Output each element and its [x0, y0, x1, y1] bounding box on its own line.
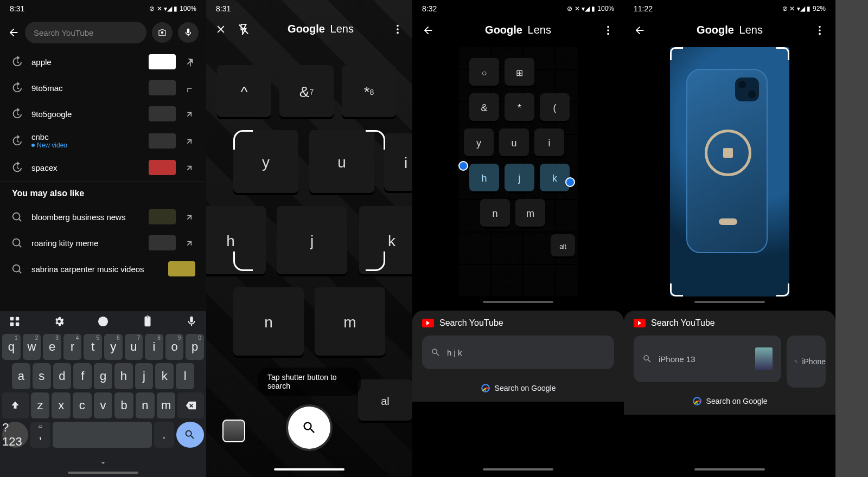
status-time: 8:31: [216, 4, 231, 13]
kb-clipboard-icon[interactable]: [142, 315, 154, 327]
key-c[interactable]: c: [73, 392, 92, 418]
key-t[interactable]: t5: [84, 334, 102, 360]
key-space[interactable]: [53, 422, 152, 448]
nav-pill[interactable]: [68, 472, 138, 474]
key-j[interactable]: j: [135, 363, 154, 389]
results-sheet: Search YouTube h j k Search on Google: [412, 311, 624, 402]
history-item[interactable]: 9to5google: [0, 101, 206, 127]
key-p[interactable]: p0: [186, 334, 204, 360]
keyboard-collapse[interactable]: [0, 455, 206, 468]
back-arrow-icon[interactable]: [634, 24, 646, 36]
key-e[interactable]: e3: [43, 334, 61, 360]
history-item[interactable]: apple: [0, 49, 206, 75]
flash-off-icon[interactable]: [238, 23, 250, 35]
kb-emoji-icon[interactable]: [97, 315, 109, 327]
key-w[interactable]: w2: [23, 334, 41, 360]
key-d[interactable]: d: [53, 363, 72, 389]
history-item[interactable]: spacex: [0, 154, 206, 181]
sheet-header: Search YouTube: [422, 318, 614, 328]
result-card[interactable]: h j k: [422, 336, 614, 369]
history-item[interactable]: 9to5mac: [0, 75, 206, 101]
suggestion-item[interactable]: bloomberg business news: [0, 204, 206, 230]
crop-corner[interactable]: [776, 47, 789, 60]
nav-pill[interactable]: [274, 468, 344, 470]
result-card-partial[interactable]: iPhone: [787, 336, 826, 388]
key-r[interactable]: r4: [63, 334, 82, 360]
kb-settings-icon[interactable]: [53, 315, 65, 327]
crop-corner[interactable]: [776, 283, 789, 296]
svg-point-15: [607, 25, 609, 28]
key-search[interactable]: [176, 422, 204, 448]
shutter-button[interactable]: [288, 407, 330, 449]
kb-mic-icon[interactable]: [186, 315, 197, 327]
camera-icon: [157, 28, 167, 37]
image-nav-pill[interactable]: [483, 301, 553, 303]
close-icon[interactable]: [215, 23, 227, 35]
selection-handle[interactable]: [458, 161, 468, 171]
key-x[interactable]: x: [52, 392, 71, 418]
svg-point-2: [13, 239, 20, 246]
key-comma[interactable]: ,☺: [30, 422, 50, 448]
suggestion-item[interactable]: roaring kitty meme: [0, 230, 206, 256]
key-v[interactable]: v: [94, 392, 113, 418]
key-h[interactable]: h: [114, 363, 133, 389]
insert-arrow-icon[interactable]: [184, 56, 195, 67]
nav-pill[interactable]: [483, 468, 553, 470]
lens-button[interactable]: [152, 22, 173, 43]
history-item[interactable]: cnbc New video: [0, 127, 206, 154]
insert-arrow-icon[interactable]: [184, 162, 195, 173]
key-o[interactable]: o9: [165, 334, 184, 360]
svg-rect-4: [10, 317, 14, 320]
insert-arrow-icon[interactable]: [184, 82, 195, 93]
status-time: 8:32: [422, 4, 437, 13]
image-nav-pill[interactable]: [694, 301, 765, 303]
key-k[interactable]: k: [155, 363, 174, 389]
gallery-button[interactable]: [222, 420, 245, 442]
more-icon[interactable]: [814, 24, 826, 36]
sheet-title: Search YouTube: [439, 318, 503, 328]
back-arrow-icon[interactable]: [422, 24, 434, 36]
key-u[interactable]: u7: [125, 334, 143, 360]
captured-image[interactable]: ○ ⊞ & * ( y u i h j k n m alt: [458, 47, 578, 296]
key-n[interactable]: n: [136, 392, 155, 418]
mic-button[interactable]: [178, 22, 199, 43]
key-y[interactable]: y6: [104, 334, 123, 360]
key-m[interactable]: m: [157, 392, 176, 418]
more-icon[interactable]: [602, 24, 614, 36]
selection-handle[interactable]: [565, 177, 575, 187]
search-input[interactable]: Search YouTube: [25, 22, 146, 43]
insert-arrow-icon[interactable]: [184, 211, 195, 222]
key-g[interactable]: g: [94, 363, 112, 389]
key-b[interactable]: b: [114, 392, 133, 418]
key-s[interactable]: s: [33, 363, 51, 389]
insert-arrow-icon[interactable]: [184, 237, 195, 248]
key-q[interactable]: q1: [2, 334, 21, 360]
insert-arrow-icon[interactable]: [184, 136, 195, 146]
thumbnail: [149, 133, 176, 149]
insert-arrow-icon[interactable]: [184, 108, 195, 119]
suggestion-item[interactable]: sabrina carpenter music videos: [0, 256, 206, 282]
key-z[interactable]: z: [31, 392, 50, 418]
key-period[interactable]: .: [154, 422, 174, 448]
captured-image[interactable]: [670, 47, 789, 296]
key-l[interactable]: l: [176, 363, 194, 389]
back-arrow-icon[interactable]: [8, 27, 20, 38]
status-time: 11:22: [634, 4, 653, 13]
key-f[interactable]: f: [73, 363, 92, 389]
key-i[interactable]: i8: [145, 334, 163, 360]
more-icon[interactable]: [392, 23, 404, 35]
status-bar: 11:22 ⊘ ✕ ▾◢ ▮ 92%: [624, 0, 835, 17]
status-right: ⊘ ✕ ▾◢ ▮ 100%: [149, 5, 196, 12]
key-symbols[interactable]: ?123: [2, 422, 28, 448]
kb-apps-icon[interactable]: [9, 315, 21, 327]
key-backspace[interactable]: [177, 392, 204, 418]
nav-pill[interactable]: [694, 468, 765, 470]
result-card[interactable]: iPhone 13: [634, 336, 781, 382]
key-shift[interactable]: [2, 392, 29, 418]
crop-corner[interactable]: [670, 47, 683, 60]
key-a[interactable]: a: [12, 363, 30, 389]
search-google-link[interactable]: Search on Google: [422, 375, 614, 402]
search-google-link[interactable]: Search on Google: [634, 388, 826, 415]
status-battery: 100%: [597, 5, 614, 12]
crop-corner[interactable]: [670, 283, 683, 296]
